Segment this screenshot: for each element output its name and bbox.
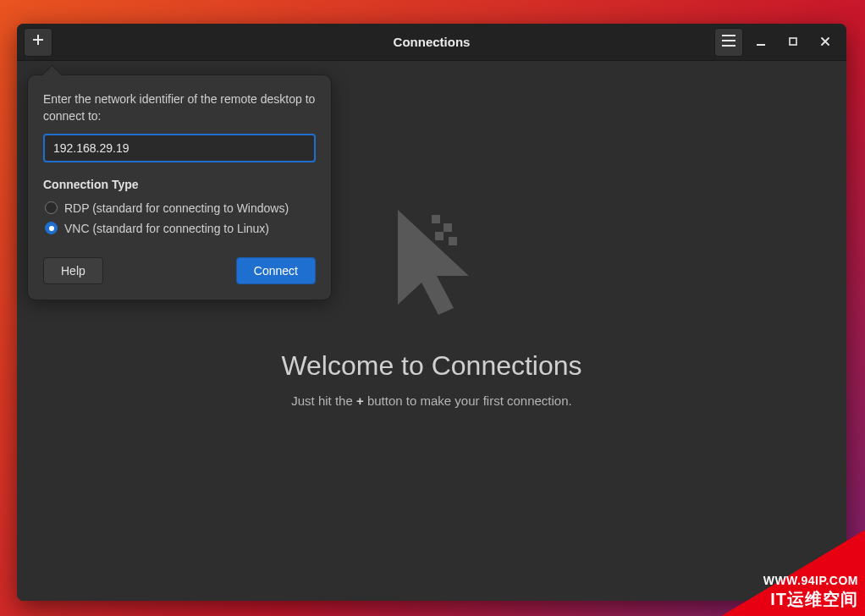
radio-label: VNC (standard for connecting to Linux) — [64, 222, 269, 235]
close-button[interactable] — [811, 28, 840, 57]
help-button[interactable]: Help — [43, 257, 103, 284]
cursor-placeholder-icon — [381, 203, 482, 325]
minimize-button[interactable] — [747, 28, 775, 57]
radio-icon — [45, 222, 58, 234]
connect-button[interactable]: Connect — [236, 257, 316, 284]
connection-type-vnc[interactable]: VNC (standard for connecting to Linux) — [43, 218, 316, 239]
app-window: Connections — [17, 24, 846, 601]
radio-icon — [45, 201, 58, 214]
svg-rect-1 — [722, 40, 736, 41]
watermark-text: IT运维空间 — [770, 588, 858, 611]
svg-rect-2 — [722, 45, 736, 47]
svg-rect-9 — [449, 237, 457, 245]
welcome-subtext: Just hit the + button to make your first… — [291, 393, 571, 408]
svg-marker-5 — [398, 210, 469, 315]
titlebar: Connections — [17, 24, 846, 61]
connection-type-rdp[interactable]: RDP (standard for connecting to Windows) — [43, 198, 316, 218]
welcome-sub-suffix: button to make your first connection. — [364, 393, 572, 408]
welcome-sub-prefix: Just hit the — [291, 393, 356, 408]
new-connection-button[interactable] — [24, 28, 52, 57]
titlebar-right — [713, 28, 841, 57]
maximize-button[interactable] — [779, 28, 807, 57]
minimize-icon — [756, 33, 766, 51]
svg-rect-8 — [435, 232, 444, 240]
menu-button[interactable] — [714, 28, 743, 57]
popover-button-row: Help Connect — [43, 257, 316, 284]
maximize-icon — [788, 33, 798, 51]
address-prompt-label: Enter the network identifier of the remo… — [43, 91, 316, 125]
close-icon — [820, 33, 830, 51]
welcome-heading: Welcome to Connections — [281, 350, 581, 382]
radio-label: RDP (standard for connecting to Windows) — [64, 201, 289, 215]
svg-rect-6 — [432, 215, 440, 223]
svg-rect-4 — [790, 38, 796, 45]
svg-rect-7 — [444, 223, 452, 232]
address-input[interactable] — [43, 134, 316, 162]
welcome-sub-plus: + — [356, 393, 364, 408]
new-connection-popover: Enter the network identifier of the remo… — [27, 74, 332, 300]
watermark-url: WWW.94IP.COM — [763, 574, 858, 587]
plus-icon — [31, 33, 45, 51]
svg-rect-3 — [757, 44, 765, 46]
watermark: WWW.94IP.COM IT运维空间 — [704, 523, 865, 616]
svg-rect-0 — [722, 35, 736, 36]
hamburger-icon — [722, 33, 736, 51]
connection-type-heading: Connection Type — [43, 178, 316, 191]
